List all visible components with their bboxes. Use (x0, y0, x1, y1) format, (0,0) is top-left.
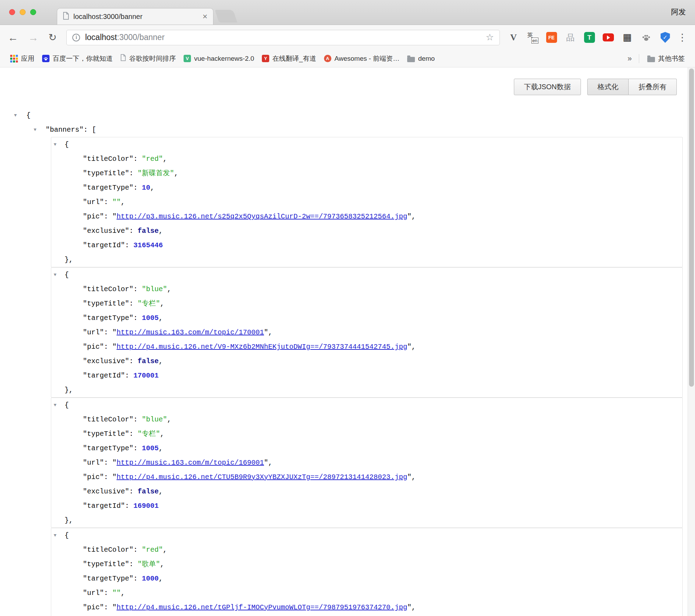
json-number: 1005 (142, 444, 159, 452)
document-favicon-icon (120, 54, 126, 63)
vertical-scrollbar[interactable] (688, 67, 695, 616)
json-string: "red" (142, 546, 163, 554)
other-bookmarks-folder[interactable]: 其他书签 (643, 52, 689, 65)
json-property: "url": "http://music.163.com/m/topic/169… (51, 456, 682, 470)
bookmark-label: 谷歌按时间排序 (129, 54, 176, 63)
json-property: "targetType": 1000, (51, 571, 682, 586)
org-chart-extension-icon[interactable]: 品 (564, 32, 576, 44)
json-string: "blue" (142, 415, 167, 424)
tab-close-icon[interactable]: × (203, 12, 207, 21)
collapse-triangle-icon[interactable]: ▼ (54, 398, 57, 412)
fe-extension-icon[interactable]: FE (545, 32, 557, 44)
profile-name[interactable]: 阿发 (671, 7, 686, 17)
bookmark-label: 应用 (21, 54, 34, 63)
json-string: "歌单" (138, 560, 160, 568)
json-number: 169001 (133, 502, 159, 510)
bookmark-folder-demo[interactable]: demo (403, 52, 439, 65)
json-string: "新碟首发" (138, 169, 174, 177)
json-property: "titleColor": "red", (51, 152, 682, 166)
bookmark-item-awesomes[interactable]: A Awesomes - 前端资… (320, 52, 403, 65)
page-favicon-icon (63, 12, 69, 21)
json-string: "blue" (142, 285, 167, 293)
collapse-triangle-icon[interactable]: ▼ (54, 268, 57, 282)
bookmark-label: 其他书签 (658, 54, 685, 63)
bookmark-item-vue-hackernews[interactable]: V vue-hackernews-2.0 (180, 52, 258, 65)
json-string: "专栏" (138, 430, 160, 438)
scrollbar-thumb[interactable] (689, 68, 694, 387)
collapse-triangle-icon[interactable]: ▼ (14, 108, 17, 123)
forward-button-icon[interactable]: → (28, 32, 39, 43)
extension-icons: V 英en FE 品 T ▦ ✓ (508, 32, 671, 44)
json-line: ▼{ (51, 398, 682, 412)
bookmark-label: demo (418, 55, 435, 63)
json-property: "url": "", (51, 195, 682, 209)
collapse-triangle-icon[interactable]: ▼ (34, 123, 37, 137)
json-link[interactable]: http://music.163.com/m/topic/169001 (117, 459, 264, 467)
maximize-window-button[interactable] (30, 9, 36, 15)
json-property: "targetType": 10, (51, 181, 682, 195)
json-array-element: ▼{"titleColor": "red","typeTitle": "歌单",… (51, 528, 683, 616)
json-number: 3165446 (133, 241, 163, 249)
json-line: ▼{ (0, 108, 688, 123)
minimize-window-button[interactable] (20, 9, 26, 15)
json-array-element: ▼{"titleColor": "red","typeTitle": "新碟首发… (51, 137, 683, 267)
viewer-actions: 下载JSON数据 格式化 折叠所有 (514, 79, 677, 95)
json-array-element: ▼{"titleColor": "blue","typeTitle": "专栏"… (51, 398, 683, 528)
paw-extension-icon[interactable] (640, 32, 652, 44)
json-link[interactable]: http://p4.music.126.net/V9-MXz6b2MNhEKju… (117, 343, 407, 351)
json-property: "targetType": 1005, (51, 311, 682, 325)
back-button-icon[interactable]: ← (8, 32, 18, 43)
json-property: "pic": "http://p3.music.126.net/s25q2x5Q… (51, 209, 682, 224)
translate-extension-icon[interactable]: 英en (527, 32, 538, 44)
json-link[interactable]: http://p4.music.126.net/tGPljf-IMOCyPvum… (117, 603, 407, 611)
apps-shortcut[interactable]: 应用 (6, 52, 38, 65)
youdao-favicon-icon: Y (262, 55, 269, 62)
chrome-menu-icon[interactable]: ⋮ (677, 32, 687, 43)
collapse-all-button[interactable]: 折叠所有 (629, 79, 677, 95)
bookmark-item-google-sort[interactable]: 谷歌按时间排序 (117, 52, 180, 65)
reload-button-icon[interactable]: ↻ (48, 33, 57, 42)
json-property: "titleColor": "blue", (51, 412, 682, 427)
bookmark-star-icon[interactable]: ☆ (486, 32, 494, 43)
json-property: "exclusive": false, (51, 224, 682, 238)
download-json-button[interactable]: 下载JSON数据 (514, 79, 581, 95)
url-text: localhost:3000/banner (85, 33, 485, 42)
blue-shield-extension-icon[interactable]: ✓ (659, 32, 671, 44)
browser-tab[interactable]: localhost:3000/banner × (57, 8, 213, 25)
youtube-extension-icon[interactable] (602, 32, 614, 44)
url-input[interactable]: i localhost:3000/banner ☆ (66, 30, 500, 45)
awesomes-favicon-icon: A (324, 55, 331, 62)
bookmark-label: 百度一下，你就知道 (53, 54, 113, 63)
json-property: "pic": "http://p4.music.126.net/CTU5B9R9… (51, 470, 682, 484)
json-link[interactable]: http://p4.music.126.net/CTU5B9R9y3XyYBZX… (117, 473, 407, 481)
json-string: "" (112, 589, 121, 597)
bookmarks-overflow-icon[interactable]: » (625, 54, 635, 63)
green-shield-extension-icon[interactable]: T (583, 32, 595, 44)
json-property: "exclusive": false, (51, 484, 682, 499)
bookmark-item-youdao[interactable]: Y 在线翻译_有道 (258, 52, 320, 65)
close-window-button[interactable] (9, 9, 15, 15)
collapse-triangle-icon[interactable]: ▼ (54, 137, 57, 152)
format-button[interactable]: 格式化 (587, 79, 629, 95)
bookmarks-divider (639, 54, 639, 63)
vimium-extension-icon[interactable]: V (508, 32, 519, 44)
json-property: "titleColor": "blue", (51, 282, 682, 296)
json-property: "targetId": 169001 (51, 499, 682, 513)
bookmark-item-baidu[interactable]: 百度一下，你就知道 (38, 52, 117, 65)
vue-favicon-icon: V (184, 55, 191, 62)
json-property: "typeTitle": "专栏", (51, 427, 682, 441)
json-link[interactable]: http://p3.music.126.net/s25q2x5QyqsAzilC… (117, 212, 407, 221)
json-line: ▼{ (51, 137, 682, 152)
json-line: ▼"banners": [ (0, 123, 688, 137)
json-line: }, (51, 383, 682, 397)
bookmarks-bar: 应用 百度一下，你就知道 谷歌按时间排序 V vue-hackernews-2.… (0, 50, 695, 67)
traffic-lights (9, 9, 36, 15)
page-info-icon[interactable]: i (72, 34, 80, 41)
json-property: "targetType": 1005, (51, 441, 682, 456)
json-line: ▼{ (51, 268, 682, 282)
new-tab-button[interactable] (215, 10, 237, 22)
json-link[interactable]: http://music.163.com/m/topic/170001 (117, 328, 264, 336)
json-number: 170001 (133, 372, 159, 380)
collapse-triangle-icon[interactable]: ▼ (54, 528, 57, 543)
qrcode-extension-icon[interactable]: ▦ (621, 32, 633, 44)
